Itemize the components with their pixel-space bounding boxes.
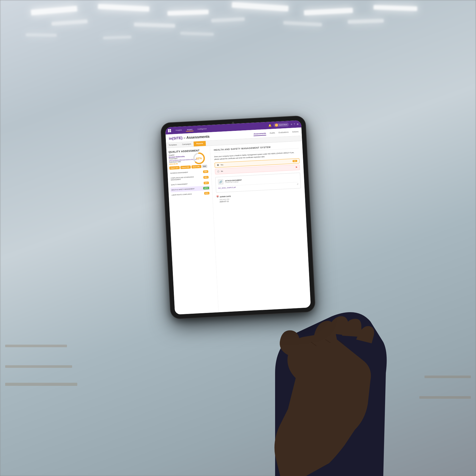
flag-icon: ⚑ <box>295 166 298 168</box>
exit-button[interactable]: Exit <box>202 165 207 168</box>
score-circle: 62% <box>192 151 206 165</box>
option-no-left: No <box>217 170 223 172</box>
radio-yes <box>217 164 219 166</box>
sub-tab-templates[interactable]: Templates <box>166 142 180 148</box>
section-score-quality: 52% <box>204 182 209 184</box>
header-nav-actions[interactable]: Actions <box>292 130 299 134</box>
calendar-icon: 📅 <box>216 196 219 198</box>
logo-sq-4 <box>170 131 171 132</box>
nav-link-impact[interactable]: Impact <box>186 128 194 132</box>
question-block: Does your company have a Health & Safety… <box>214 151 301 204</box>
user-avatar: DO <box>275 123 278 127</box>
left-panel: QUALITY ASSESSMENT 62% <box>166 146 219 314</box>
user-name: David Olson <box>279 124 287 126</box>
expiry-section: 📅 EXPIRY DATE Add expiry date 2025-07-11 <box>216 190 301 204</box>
option-yes-left: Yes <box>217 164 223 166</box>
option-yes-label: Yes <box>220 164 223 166</box>
tablet-screen: Insights Impact Intelligence 🔔 DO David … <box>165 120 311 315</box>
app-logo <box>168 129 171 132</box>
action-buttons: Export XLS Export PDF Share URL Exit <box>169 165 209 170</box>
attachment-info: ATTACH DOCUMENT Choose file to upload <box>225 176 298 183</box>
option-no-label: No <box>221 170 223 172</box>
attachment-section: 🔗 ATTACH DOCUMENT Choose file to upload … <box>215 173 301 193</box>
section-score-business: 40% <box>203 170 208 173</box>
radio-yes-fill <box>217 164 218 165</box>
file-link-icon[interactable]: ↗ <box>296 183 298 185</box>
logo-icon <box>168 129 171 132</box>
yes-score-badge: 1/1 <box>292 160 297 162</box>
help-icon[interactable]: ? <box>294 123 295 125</box>
bell-icon[interactable]: 🔔 <box>268 124 271 127</box>
scene: Insights Impact Intelligence 🔔 DO David … <box>0 0 476 476</box>
expiry-label: EXPIRY DATE <box>220 195 231 198</box>
header-nav: Assessments Audits Evaluations Actions <box>253 130 299 136</box>
right-panel: HEALTH AND SAFETY MANAGEMENT SYSTEM Does… <box>210 141 311 312</box>
sub-tab-campaigns[interactable]: Campaigns <box>179 142 194 147</box>
section-name-business: BUSINESS MANAGEMENT <box>171 171 203 174</box>
logo-sq-3 <box>168 131 169 132</box>
top-nav-right: 🔔 DO David Olson ≡ ? ⊕ <box>268 122 299 128</box>
file-name[interactable]: ISO_45001_SAMPLE.pdf <box>218 186 236 189</box>
section-score-labor: 62% <box>204 192 210 195</box>
header-nav-audits[interactable]: Audits <box>269 131 275 135</box>
share-url-button[interactable]: Share URL <box>191 165 201 168</box>
header-nav-assessments[interactable]: Assessments <box>253 131 266 136</box>
radio-no <box>217 170 219 172</box>
section-score-compliance: 40% <box>203 176 209 179</box>
section-name-compliance: COMPLIANCE AND GOVERNANCE MANAGEMENT <box>171 176 204 181</box>
header-nav-evaluations[interactable]: Evaluations <box>278 130 289 135</box>
logo-sq-2 <box>169 129 171 131</box>
section-name-health: HEALTH & SAFETY MANAGEMENT <box>171 188 203 191</box>
nav-icons: ≡ ? ⊕ <box>291 123 299 126</box>
score-percentage: 62% <box>192 151 206 165</box>
logo-sq-1 <box>168 129 169 131</box>
app-title-brand: in(SITE) <box>169 136 183 141</box>
export-xls-button[interactable]: Export XLS <box>169 166 180 170</box>
answer-options: Yes 1/1 No <box>215 158 300 174</box>
section-score-health: 100% <box>203 187 209 190</box>
main-content: QUALITY ASSESSMENT 62% <box>166 141 311 315</box>
user-badge[interactable]: DO David Olson <box>273 122 289 127</box>
export-pdf-button[interactable]: Export PDF <box>180 165 191 169</box>
composition: Insights Impact Intelligence 🔔 DO David … <box>0 0 476 476</box>
attachment-icon: 🔗 <box>218 179 224 185</box>
section-name-labor: LABOR RIGHTS COMPLIANCE <box>172 192 204 196</box>
app-title: in(SITE) – Assessments <box>169 134 210 140</box>
sub-tab-reports[interactable]: Reports <box>194 141 206 146</box>
section-list: BUSINESS MANAGEMENT 40% COMPLIANCE AND G… <box>169 169 210 198</box>
tablet-device: Insights Impact Intelligence 🔔 DO David … <box>161 116 315 319</box>
menu-icon[interactable]: ≡ <box>291 123 292 126</box>
section-name-quality: QUALITY MANAGEMENT <box>171 182 204 186</box>
settings-icon[interactable]: ⊕ <box>296 123 299 125</box>
nav-link-insights[interactable]: Insights <box>175 128 183 132</box>
tablet-outer-frame: Insights Impact Intelligence 🔔 DO David … <box>161 116 315 319</box>
nav-link-intelligence[interactable]: Intelligence <box>197 127 208 131</box>
